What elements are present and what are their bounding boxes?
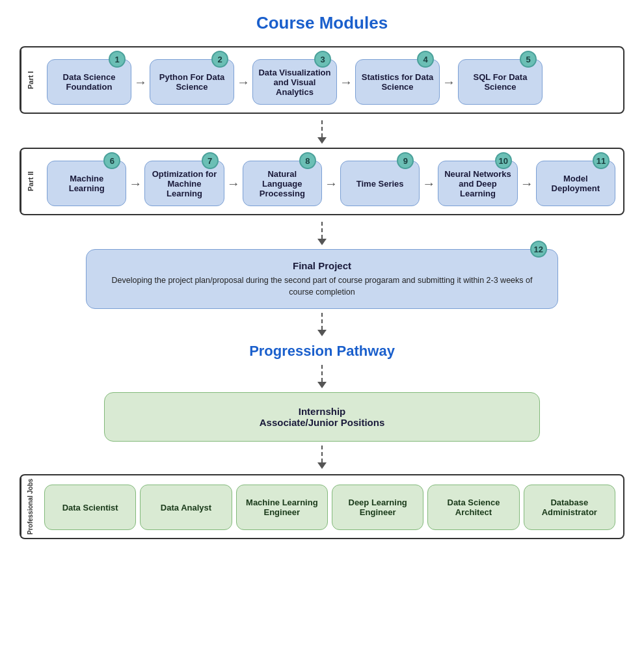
- final-project-title: Final Project: [100, 260, 544, 271]
- part1-module-2: 2Python For Data Science: [150, 59, 234, 105]
- part1-module-4: 4Statistics for Data Science: [355, 59, 440, 105]
- progression-title: Progression Pathway: [20, 343, 624, 360]
- module-number-3: 3: [314, 51, 331, 68]
- part1-module-5: 5SQL For Data Science: [458, 59, 543, 105]
- part2-container: Part II 6Machine Learning→7Optimization …: [20, 148, 624, 215]
- part2-module-2: 7Optimization for Machine Learning: [144, 161, 224, 206]
- part2-modules-row: 6Machine Learning→7Optimization for Mach…: [47, 161, 615, 206]
- part2-module-5: 10Neural Networks and Deep Learning: [438, 161, 517, 206]
- part1-modules-row: 1Data Science Foundation→2Python For Dat…: [47, 59, 615, 105]
- module-number-2: 2: [211, 51, 228, 68]
- module-number-4: 4: [417, 51, 434, 68]
- page-title: Course Modules: [20, 13, 624, 33]
- professional-jobs-label: Professional Jobs: [21, 475, 39, 538]
- job-box-2: Data Analyst: [140, 485, 232, 530]
- arrow-internship-to-jobs: [20, 446, 624, 469]
- arrow-progression-to-internship: [20, 365, 624, 388]
- module-number-1: 1: [109, 51, 126, 68]
- arrow-part1-to-part2: [20, 120, 624, 144]
- module-number-10: 10: [495, 152, 512, 169]
- final-project-description: Developing the project plan/proposal dur…: [100, 275, 544, 298]
- part2-module-1: 6Machine Learning: [47, 161, 126, 206]
- job-box-3: Machine Learning Engineer: [236, 485, 328, 530]
- jobs-row: Data ScientistData AnalystMachine Learni…: [44, 485, 615, 530]
- job-box-5: Data Science Architect: [427, 485, 519, 530]
- arrow-3-to-4: →: [340, 75, 353, 90]
- job-box-6: Database Administrator: [524, 485, 615, 530]
- module-number-11: 11: [593, 152, 610, 169]
- job-box-1: Data Scientist: [44, 485, 136, 530]
- internship-line1: Internship: [118, 406, 526, 417]
- part2-module-3: 8Natural Language Processing: [243, 161, 322, 206]
- p2-arrow-1-to-2: →: [129, 176, 142, 191]
- final-project-box: 12 Final Project Developing the project …: [86, 249, 557, 309]
- part2-module-6: 11Model Deployment: [536, 161, 615, 206]
- module-number-8: 8: [299, 152, 316, 169]
- arrow-4-to-5: →: [442, 75, 455, 90]
- part1-label: Part I: [21, 47, 39, 113]
- part1-module-1: 1Data Science Foundation: [47, 59, 131, 105]
- arrow-2-to-3: →: [237, 75, 250, 90]
- module-number-7: 7: [202, 152, 219, 169]
- internship-box: Internship Associate/Junior Positions: [104, 392, 540, 442]
- final-project-number: 12: [530, 241, 547, 258]
- p2-arrow-3-to-4: →: [325, 176, 338, 191]
- job-box-4: Deep Learning Engineer: [332, 485, 423, 530]
- arrow-final-to-progression: [20, 313, 624, 336]
- part2-label: Part II: [21, 149, 39, 214]
- module-number-9: 9: [397, 152, 414, 169]
- part1-container: Part I 1Data Science Foundation→2Python …: [20, 46, 624, 114]
- part1-module-3: 3Data Visualization and Visual Analytics: [252, 59, 337, 105]
- internship-line2: Associate/Junior Positions: [118, 417, 526, 428]
- module-number-6: 6: [103, 152, 120, 169]
- p2-arrow-2-to-3: →: [227, 176, 240, 191]
- module-number-5: 5: [520, 51, 537, 68]
- professional-jobs-container: Professional Jobs Data ScientistData Ana…: [20, 474, 624, 539]
- p2-arrow-5-to-6: →: [520, 176, 533, 191]
- p2-arrow-4-to-5: →: [422, 176, 435, 191]
- part2-module-4: 9Time Series: [340, 161, 420, 206]
- arrow-1-to-2: →: [134, 75, 147, 90]
